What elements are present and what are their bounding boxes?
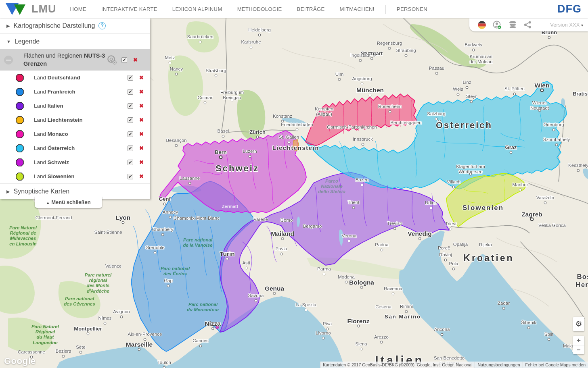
lmu-wordmark: LMU bbox=[31, 3, 56, 15]
legend-label: Land Deutschland bbox=[34, 75, 80, 81]
color-swatch-icon bbox=[16, 74, 24, 82]
legend-checkbox[interactable]: ✔ bbox=[128, 103, 133, 109]
map-toolbar: Version XXX ▾ bbox=[469, 18, 588, 31]
verba-alpina-app: SaarbrückenMetzNancyHeidelbergKarlsruheS… bbox=[0, 0, 588, 368]
legend-row-schweiz: Land Schweiz✔✖ bbox=[0, 155, 150, 169]
legend-row-österreich: Land Österreich✔✖ bbox=[0, 141, 150, 155]
remove-layer-button[interactable]: ✖ bbox=[133, 57, 138, 63]
color-swatch-icon bbox=[16, 102, 24, 110]
verba-alpina-triangles-icon bbox=[6, 3, 29, 16]
map-settings-button[interactable]: ⚙ bbox=[573, 317, 584, 331]
legend-checkbox[interactable]: ✔ bbox=[128, 89, 133, 95]
version-dropdown[interactable]: Version XXX ▾ bbox=[550, 22, 583, 28]
nav-item-beitr-ge[interactable]: BEITRÄGE bbox=[297, 6, 325, 12]
legend-label: Land Liechtenstein bbox=[34, 117, 83, 123]
legend-panel: ▶ Kartographische Darstellung ? ▼ Legend… bbox=[0, 18, 150, 199]
zoom-out-button[interactable]: − bbox=[573, 345, 584, 355]
color-swatch-icon bbox=[16, 88, 24, 96]
gear-icon: ⚙ bbox=[575, 320, 582, 328]
legend-row-deutschland: Land Deutschland✔✖ bbox=[0, 71, 150, 85]
color-swatch-icon bbox=[16, 116, 24, 124]
legend-row-monaco: Land Monaco✔✖ bbox=[0, 127, 150, 141]
legend-checkbox[interactable]: ✔ bbox=[128, 174, 133, 179]
chevron-up-icon: ▲ bbox=[46, 201, 50, 205]
legend-row-slowenien: Land Slowenien✔✖ bbox=[0, 169, 150, 183]
zoom-to-layer-icon[interactable]: Q bbox=[107, 54, 117, 65]
share-icon[interactable] bbox=[523, 21, 532, 29]
color-swatch-icon bbox=[16, 158, 24, 166]
layer-title: Flächen und Regionen NUTS-3 Grenzen bbox=[23, 52, 106, 68]
nav-divider bbox=[385, 5, 386, 14]
legend-label: Land Österreich bbox=[34, 145, 75, 151]
nav-item-methodologie[interactable]: METHODOLOGIE bbox=[237, 6, 282, 12]
nav-item-personen[interactable]: PERSONEN bbox=[397, 6, 427, 12]
chevron-right-icon: ▶ bbox=[6, 23, 10, 29]
section-kartographische-darstellung[interactable]: ▶ Kartographische Darstellung ? bbox=[0, 18, 150, 33]
zoom-control: + − bbox=[573, 336, 584, 354]
attribution-text: Kartendaten © 2017 GeoBasis-DE/BKG (©200… bbox=[320, 362, 475, 368]
legend-label: Land Frankreich bbox=[34, 89, 75, 95]
nav-item-mitmachen-[interactable]: MITMACHEN! bbox=[340, 6, 375, 12]
dfg-logo[interactable]: DFG bbox=[557, 3, 582, 15]
chevron-right-icon: ▶ bbox=[6, 189, 10, 194]
report-error-link[interactable]: Fehler bei Google Maps melden bbox=[523, 362, 588, 368]
legend-checkbox[interactable]: ✔ bbox=[128, 160, 133, 165]
legend-row-liechtenstein: Land Liechtenstein✔✖ bbox=[0, 113, 150, 127]
region-monaco bbox=[216, 326, 219, 329]
top-navigation: LMU HOMEINTERAKTIVE KARTELEXICON ALPINUM… bbox=[0, 0, 588, 18]
svg-text:Q: Q bbox=[109, 57, 113, 62]
legend-rows: Land Deutschland✔✖Land Frankreich✔✖Land … bbox=[0, 71, 150, 183]
google-logo: Google bbox=[4, 356, 36, 366]
legend-row-frankreich: Land Frankreich✔✖ bbox=[0, 85, 150, 99]
user-status-icon[interactable] bbox=[492, 20, 502, 30]
database-icon[interactable] bbox=[508, 21, 517, 29]
chevron-down-icon: ▾ bbox=[581, 23, 583, 27]
legend-remove-button[interactable]: ✖ bbox=[139, 75, 144, 81]
legend-checkbox[interactable]: ✔ bbox=[128, 75, 133, 81]
zoom-in-button[interactable]: + bbox=[573, 336, 584, 345]
legend-remove-button[interactable]: ✖ bbox=[139, 89, 144, 95]
layer-checkbox[interactable]: ✔ bbox=[121, 57, 127, 63]
lmu-logo[interactable]: LMU bbox=[6, 3, 56, 16]
map-attribution: Kartendaten © 2017 GeoBasis-DE/BKG (©200… bbox=[320, 362, 588, 368]
legend-checkbox[interactable]: ✔ bbox=[128, 117, 133, 123]
legend-checkbox[interactable]: ✔ bbox=[128, 131, 133, 137]
legend-row-italien: Land Italien✔✖ bbox=[0, 99, 150, 113]
help-icon[interactable]: ? bbox=[98, 22, 106, 29]
german-flag-icon[interactable] bbox=[477, 21, 486, 29]
legend-checkbox[interactable]: ✔ bbox=[128, 146, 133, 151]
nav-item-interaktive-karte[interactable]: INTERAKTIVE KARTE bbox=[101, 6, 157, 12]
legend-remove-button[interactable]: ✖ bbox=[139, 117, 144, 123]
layer-header-row: Flächen und Regionen NUTS-3 Grenzen Q ✔ … bbox=[0, 49, 150, 71]
section-legende[interactable]: ▼ Legende bbox=[0, 33, 150, 49]
legend-label: Land Italien bbox=[34, 103, 63, 109]
close-menu-button[interactable]: ▲Menü schließen bbox=[35, 196, 102, 208]
legend-remove-button[interactable]: ✖ bbox=[139, 173, 144, 179]
chevron-down-icon: ▼ bbox=[6, 39, 11, 44]
legend-remove-button[interactable]: ✖ bbox=[139, 131, 144, 137]
color-swatch-icon bbox=[16, 130, 24, 138]
legend-remove-button[interactable]: ✖ bbox=[139, 103, 144, 109]
color-swatch-icon bbox=[16, 173, 24, 181]
nav-item-home[interactable]: HOME bbox=[70, 6, 86, 12]
legend-label: Land Schweiz bbox=[34, 159, 69, 165]
collapse-layer-icon[interactable] bbox=[4, 56, 13, 64]
nav-items: HOMEINTERAKTIVE KARTELEXICON ALPINUMMETH… bbox=[70, 5, 427, 14]
legend-label: Land Slowenien bbox=[34, 173, 75, 179]
color-swatch-icon bbox=[16, 144, 24, 152]
legend-remove-button[interactable]: ✖ bbox=[139, 145, 144, 151]
legend-label: Land Monaco bbox=[34, 131, 68, 137]
terms-link[interactable]: Nutzungsbedingungen bbox=[475, 362, 522, 368]
nav-item-lexicon-alpinum[interactable]: LEXICON ALPINUM bbox=[172, 6, 222, 12]
legend-remove-button[interactable]: ✖ bbox=[139, 159, 144, 165]
